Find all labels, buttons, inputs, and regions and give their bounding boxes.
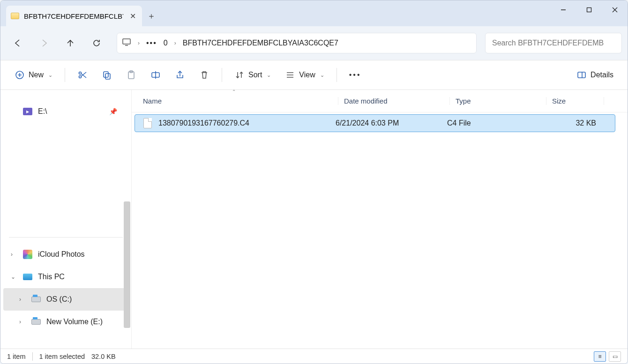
- sort-button[interactable]: Sort ⌄: [229, 65, 277, 85]
- details-view-toggle[interactable]: ≡: [594, 351, 606, 362]
- new-button[interactable]: New ⌄: [9, 65, 58, 85]
- status-count: 1 item: [7, 353, 26, 360]
- file-type: C4 File: [447, 119, 544, 127]
- svg-rect-14: [105, 74, 110, 79]
- sidebar-item-icloud[interactable]: › iCloud Photos: [0, 243, 131, 266]
- sort-indicator-icon: ⌃: [232, 89, 236, 94]
- sidebar-item-e-drive[interactable]: E:\ 📌: [0, 100, 131, 123]
- rename-icon: [150, 70, 161, 80]
- svg-rect-4: [123, 39, 130, 44]
- share-icon: [175, 70, 185, 80]
- main-area: E:\ 📌 › iCloud Photos ⌄ This PC › OS (C:…: [0, 90, 628, 349]
- share-button[interactable]: [169, 65, 191, 85]
- list-icon: [285, 70, 295, 80]
- tab-title: BFBTH7CEHDFEFDEMBFCLBYA: [24, 12, 123, 20]
- chevron-down-icon: ⌄: [320, 72, 324, 78]
- trash-icon: [199, 70, 209, 80]
- file-row[interactable]: 1380790193167760279.C4 6/21/2024 6:03 PM…: [135, 114, 615, 132]
- navigation-pane[interactable]: E:\ 📌 › iCloud Photos ⌄ This PC › OS (C:…: [0, 90, 132, 349]
- file-icon: [143, 118, 152, 128]
- paste-icon: [126, 70, 136, 80]
- file-date: 6/21/2024 6:03 PM: [336, 119, 447, 127]
- monitor-icon: [122, 37, 131, 49]
- sidebar-item-new-volume-e[interactable]: › New Volume (E:): [0, 311, 131, 333]
- column-size[interactable]: Size: [546, 97, 604, 105]
- back-button[interactable]: [6, 32, 30, 54]
- cut-button[interactable]: [72, 65, 93, 85]
- pc-icon: [23, 274, 32, 280]
- svg-rect-22: [578, 72, 585, 78]
- copy-button[interactable]: [96, 65, 118, 85]
- command-toolbar: New ⌄ Sort ⌄ View ⌄ ••• Details: [0, 60, 628, 90]
- navigation-bar: › ••• 0 › BFBTH7CEHDFEFDEMBFCLBYAIA3C6CQ…: [0, 26, 628, 60]
- column-headers: ⌃ Name Date modified Type Size: [132, 90, 628, 112]
- pin-icon[interactable]: 📌: [109, 108, 117, 115]
- chevron-right-icon[interactable]: ›: [19, 296, 26, 303]
- column-type[interactable]: Type: [449, 97, 546, 105]
- delete-button[interactable]: [194, 65, 215, 85]
- file-list: ⌃ Name Date modified Type Size 138079019…: [132, 90, 628, 349]
- close-window-button[interactable]: [602, 0, 628, 19]
- ellipsis-icon: •••: [349, 71, 361, 79]
- forward-button[interactable]: [32, 32, 56, 54]
- scissors-icon: [77, 70, 88, 80]
- status-selected: 1 item selected: [39, 353, 85, 360]
- new-tab-button[interactable]: ＋: [142, 6, 161, 26]
- chevron-down-icon: ⌄: [48, 72, 52, 78]
- breadcrumb-folder[interactable]: BFBTH7CEHDFEFDEMBFCLBYAIA3C6CQE7: [183, 39, 338, 47]
- view-button[interactable]: View ⌄: [279, 65, 329, 85]
- sidebar-item-this-pc[interactable]: ⌄ This PC: [0, 266, 131, 288]
- hdd-icon: [31, 297, 41, 302]
- minimize-button[interactable]: [550, 0, 576, 19]
- svg-rect-1: [587, 8, 591, 12]
- search-placeholder: Search BFBTH7CEHDFEFDEMB: [492, 39, 604, 47]
- more-button[interactable]: •••: [344, 65, 367, 85]
- paste-button[interactable]: [120, 65, 142, 85]
- address-bar[interactable]: › ••• 0 › BFBTH7CEHDFEFDEMBFCLBYAIA3C6CQ…: [117, 33, 477, 53]
- file-size: 32 KB: [544, 119, 596, 127]
- sidebar-scrollbar[interactable]: [124, 201, 130, 328]
- hdd-icon: [31, 319, 41, 325]
- tab-close-button[interactable]: ✕: [128, 12, 137, 21]
- breadcrumb-drive-index[interactable]: 0: [164, 39, 168, 47]
- maximize-button[interactable]: [576, 0, 602, 19]
- column-date[interactable]: Date modified: [338, 97, 449, 105]
- details-pane-button[interactable]: Details: [571, 65, 619, 85]
- refresh-button[interactable]: [85, 32, 108, 54]
- details-pane-icon: [576, 70, 587, 80]
- file-name: 1380790193167760279.C4: [158, 119, 336, 127]
- chevron-right-icon[interactable]: ›: [174, 40, 176, 46]
- copy-icon: [102, 70, 112, 80]
- title-bar: BFBTH7CEHDFEFDEMBFCLBYA ✕ ＋: [0, 0, 628, 26]
- drive-icon: [23, 108, 32, 115]
- status-size: 32.0 KB: [91, 353, 116, 360]
- folder-icon: [11, 13, 19, 19]
- chevron-right-icon[interactable]: ›: [19, 319, 26, 325]
- icloud-icon: [23, 250, 32, 259]
- breadcrumb-more[interactable]: •••: [146, 39, 157, 47]
- icons-view-toggle[interactable]: ▭: [609, 351, 621, 362]
- sidebar-item-os-c[interactable]: › OS (C:): [3, 288, 128, 311]
- up-button[interactable]: [59, 32, 82, 54]
- chevron-right-icon[interactable]: ›: [11, 251, 17, 258]
- chevron-down-icon: ⌄: [267, 72, 271, 78]
- sort-icon: [234, 70, 245, 80]
- rename-button[interactable]: [145, 65, 166, 85]
- chevron-down-icon[interactable]: ⌄: [11, 274, 17, 280]
- search-input[interactable]: Search BFBTH7CEHDFEFDEMB: [485, 33, 622, 53]
- column-name[interactable]: Name: [143, 97, 338, 105]
- svg-rect-13: [104, 72, 108, 77]
- plus-circle-icon: [15, 70, 25, 80]
- tab-current[interactable]: BFBTH7CEHDFEFDEMBFCLBYA ✕: [6, 6, 142, 26]
- status-bar: 1 item 1 item selected 32.0 KB ≡ ▭: [0, 349, 628, 364]
- chevron-right-icon[interactable]: ›: [138, 40, 140, 46]
